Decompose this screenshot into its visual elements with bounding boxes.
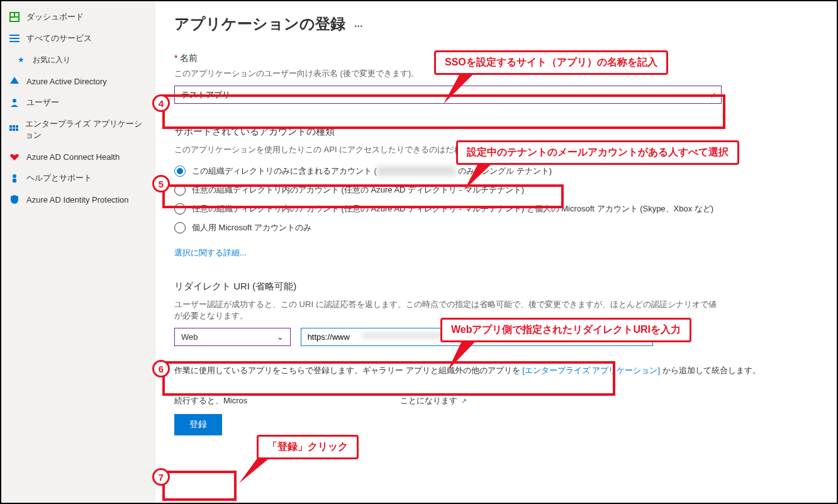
radio-icon	[174, 184, 186, 196]
radio-icon	[174, 203, 186, 215]
enterprise-apps-link[interactable]: [エンタープライズ アプリケーション]	[522, 366, 660, 375]
sidebar-item-aad[interactable]: Azure Active Directory	[1, 70, 155, 92]
step-marker-4: 4	[152, 94, 170, 112]
sidebar-item-label: Azure Active Directory	[26, 77, 107, 86]
svg-rect-13	[13, 128, 15, 131]
svg-marker-7	[10, 77, 19, 84]
list-icon	[9, 33, 20, 44]
step-marker-7: 7	[152, 468, 170, 486]
callout-5: 設定中のテナントのメールアカウントがある人すべて選択	[456, 140, 739, 165]
svg-rect-4	[9, 35, 20, 36]
sidebar-item-label: ダッシュボード	[26, 11, 84, 23]
sidebar-item-all-services[interactable]: すべてのサービス	[1, 28, 155, 49]
svg-point-15	[13, 174, 16, 178]
sidebar-item-dashboard[interactable]: ダッシュボード	[1, 6, 155, 28]
svg-rect-3	[11, 18, 18, 21]
account-more-link[interactable]: 選択に関する詳細...	[174, 248, 247, 257]
callout-7: 「登録」クリック	[257, 435, 359, 459]
register-button[interactable]: 登録	[174, 414, 222, 435]
redirect-label: リダイレクト URI (省略可能)	[174, 281, 812, 293]
sidebar-item-label: Azure AD Identity Protection	[26, 195, 129, 204]
svg-rect-6	[9, 41, 20, 42]
account-type-label: サポートされているアカウントの種類	[174, 126, 812, 138]
svg-rect-14	[16, 128, 18, 131]
main-content: アプリケーションの登録 ... *名前 このアプリケーションのユーザー向け表示名…	[155, 1, 837, 503]
callout-6: Webアプリ側で指定されたリダイレクトURIを入力	[440, 318, 691, 342]
sidebar-item-label: ユーザー	[26, 97, 59, 108]
svg-point-8	[13, 99, 16, 103]
sidebar-item-help[interactable]: ヘルプとサポート	[1, 167, 155, 189]
callout-4: SSOを設定するサイト（アプリ）の名称を記入	[434, 50, 668, 75]
help-icon	[9, 172, 20, 184]
footer-note-2: 続行すると、Microsoft プラットフォーム ポリシーに同意することになりま…	[174, 395, 812, 406]
radio-icon	[174, 222, 186, 233]
sidebar: ダッシュボード すべてのサービス ★ お気に入り Azure Active Di…	[1, 1, 155, 503]
platform-dropdown[interactable]: Web ⌄	[174, 328, 291, 346]
page-title: アプリケーションの登録 ...	[174, 14, 812, 34]
step-marker-6: 6	[152, 360, 170, 378]
external-link-icon[interactable]: ↗	[461, 397, 467, 405]
star-icon: ★	[15, 54, 26, 65]
sidebar-item-enterprise-apps[interactable]: エンタープライズ アプリケーション	[1, 113, 155, 146]
svg-rect-10	[13, 125, 15, 128]
sidebar-item-users[interactable]: ユーザー	[1, 92, 155, 113]
sidebar-item-connect-health[interactable]: Azure AD Connect Health	[1, 146, 155, 167]
sidebar-item-identity-protection[interactable]: Azure AD Identity Protection	[1, 189, 155, 210]
callout-tail	[448, 337, 486, 372]
sidebar-item-label: エンタープライズ アプリケーション	[25, 118, 147, 141]
sidebar-item-label: お気に入り	[33, 55, 70, 65]
sidebar-item-label: ヘルプとサポート	[26, 172, 92, 184]
sidebar-item-favorites[interactable]: ★ お気に入り	[1, 49, 155, 70]
svg-rect-11	[16, 125, 18, 128]
svg-rect-12	[9, 128, 12, 131]
sidebar-item-label: Azure AD Connect Health	[26, 152, 120, 162]
page-title-text: アプリケーションの登録	[174, 14, 345, 34]
radio-personal-only[interactable]: 個人用 Microsoft アカウントのみ	[174, 218, 812, 237]
svg-rect-1	[11, 13, 14, 16]
svg-rect-2	[15, 13, 18, 16]
radio-icon	[174, 165, 186, 177]
health-icon	[9, 151, 20, 162]
check-icon: ✓	[710, 90, 717, 99]
sidebar-item-label: すべてのサービス	[26, 33, 92, 44]
dashboard-icon	[9, 11, 20, 23]
more-icon[interactable]: ...	[354, 18, 362, 30]
platform-value: Web	[181, 332, 198, 342]
user-icon	[9, 97, 20, 108]
svg-rect-16	[13, 179, 16, 182]
aad-icon	[9, 76, 20, 87]
svg-rect-9	[9, 125, 12, 128]
shield-icon	[9, 194, 20, 205]
footer-note-1: 作業に使用しているアプリをこちらで登録します。ギャラリー アプリと組織外の他のア…	[174, 365, 812, 376]
svg-rect-5	[9, 38, 20, 39]
callout-tail	[444, 69, 481, 107]
chevron-down-icon: ⌄	[277, 332, 284, 342]
grid-icon	[9, 124, 19, 135]
radio-multi-tenant-personal[interactable]: 任意の組織ディレクトリ内のアカウント (任意の Azure AD ディレクトリ …	[174, 199, 812, 218]
step-marker-5: 5	[152, 175, 170, 193]
